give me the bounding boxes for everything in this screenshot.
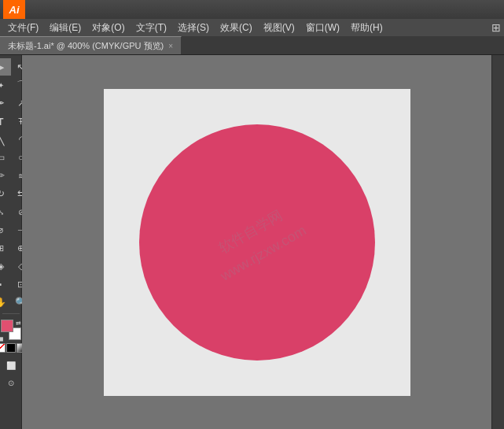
menu-select[interactable]: 选择(S)	[173, 20, 214, 36]
hand-tool[interactable]: ✋	[0, 294, 11, 311]
tab-label: 未标题-1.ai* @ 400% (CMYK/GPU 预览)	[8, 40, 164, 52]
foreground-color-swatch[interactable]	[1, 320, 13, 332]
title-bar: Ai	[0, 0, 504, 19]
select-same-tool[interactable]: ⊙	[1, 374, 21, 391]
app-logo: Ai	[3, 0, 25, 19]
pencil-tool[interactable]: ✏	[0, 167, 11, 184]
live-paint-tool[interactable]: ◈	[0, 257, 11, 275]
panel-icon[interactable]: ⊞	[491, 21, 501, 34]
menu-window[interactable]: 窗口(W)	[301, 20, 344, 36]
default-colors-icon[interactable]: ◼	[0, 335, 4, 342]
menu-view[interactable]: 视图(V)	[259, 20, 300, 36]
warp-tool[interactable]: ⌀	[0, 221, 11, 239]
scale-tool[interactable]: ⤡	[0, 203, 11, 220]
black-swatch[interactable]	[6, 343, 16, 353]
canvas-area[interactable]: 软件自学网www.rjzxw.com	[22, 55, 491, 429]
rotate-tool[interactable]: ↻	[0, 185, 11, 202]
main-area: ▶ ↖ ✦ ⌒ ✒ ↗ T Ŧ ╲ ◜ ▭ ○ ✏ ≋ ↻ ⇆	[0, 55, 504, 429]
menu-object[interactable]: 对象(O)	[87, 20, 129, 36]
tab-close-button[interactable]: ×	[168, 42, 173, 50]
rect-tool[interactable]: ▭	[0, 149, 11, 166]
none-swatch[interactable]	[0, 343, 6, 353]
menu-effect[interactable]: 效果(C)	[215, 20, 257, 36]
menu-file[interactable]: 文件(F)	[3, 20, 43, 36]
magic-wand-tool[interactable]: ✦	[0, 76, 11, 94]
swap-colors-icon[interactable]: ⇄	[16, 320, 21, 327]
right-panel	[491, 55, 504, 429]
menu-help[interactable]: 帮助(H)	[346, 20, 388, 36]
tab-bar: 未标题-1.ai* @ 400% (CMYK/GPU 预览) ×	[0, 36, 504, 55]
circle-shape	[139, 124, 375, 361]
toolbar: ▶ ↖ ✦ ⌒ ✒ ↗ T Ŧ ╲ ◜ ▭ ○ ✏ ≋ ↻ ⇆	[0, 55, 22, 429]
graph-tool[interactable]: ▪	[0, 276, 11, 293]
pen-tool[interactable]: ✒	[0, 94, 11, 112]
menu-edit[interactable]: 编辑(E)	[45, 20, 86, 36]
free-transform-tool[interactable]: ⊞	[0, 239, 11, 257]
artboard-tool[interactable]: ⬜	[1, 357, 21, 374]
menu-bar: 文件(F) 编辑(E) 对象(O) 文字(T) 选择(S) 效果(C) 视图(V…	[0, 19, 504, 36]
type-tool[interactable]: T	[0, 113, 11, 130]
artboard: 软件自学网www.rjzxw.com	[104, 89, 410, 396]
tab-document[interactable]: 未标题-1.ai* @ 400% (CMYK/GPU 预览) ×	[0, 36, 182, 54]
selection-tool[interactable]: ▶	[0, 58, 11, 76]
menu-text[interactable]: 文字(T)	[131, 20, 171, 36]
toolbar-divider	[2, 313, 20, 314]
line-tool[interactable]: ╲	[0, 131, 11, 148]
extra-tool-area: ⬜ ⊙	[1, 357, 21, 391]
color-swatches[interactable]: ⇄ ◼	[1, 320, 21, 340]
